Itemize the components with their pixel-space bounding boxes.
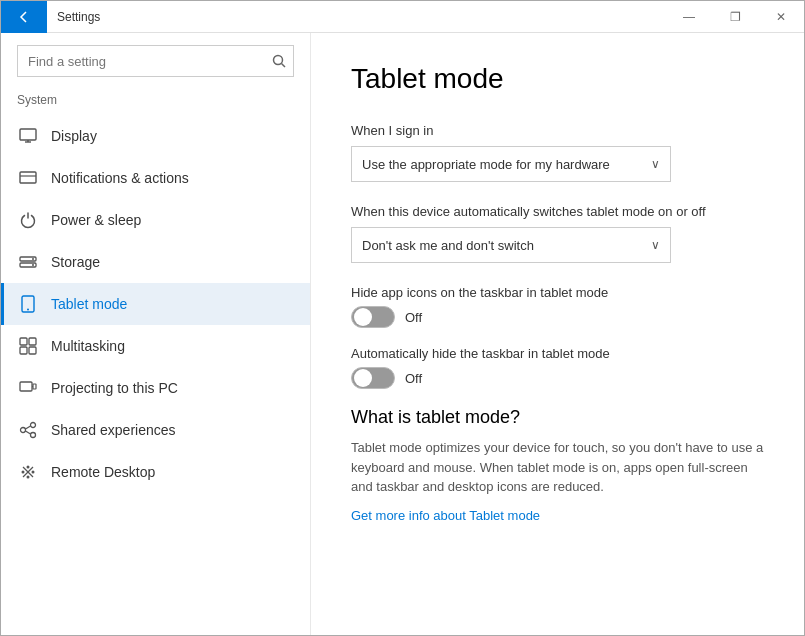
svg-rect-17: [20, 382, 32, 391]
storage-icon: [17, 251, 39, 273]
svg-point-22: [31, 433, 36, 438]
sidebar-item-shared-label: Shared experiences: [51, 422, 176, 438]
svg-point-9: [32, 258, 34, 260]
toggle2-knob: [354, 369, 372, 387]
svg-point-20: [21, 428, 26, 433]
what-title: What is tablet mode?: [351, 407, 764, 428]
sidebar-item-display[interactable]: Display: [1, 115, 310, 157]
svg-rect-5: [20, 172, 36, 183]
dropdown-signin-chevron: ∨: [651, 157, 660, 171]
sidebar-item-power[interactable]: Power & sleep: [1, 199, 310, 241]
svg-point-29: [22, 471, 25, 474]
toggle2-state: Off: [405, 371, 422, 386]
sidebar-item-tablet[interactable]: Tablet mode: [1, 283, 310, 325]
sidebar-item-power-label: Power & sleep: [51, 212, 141, 228]
svg-rect-16: [29, 347, 36, 354]
toggle1-state: Off: [405, 310, 422, 325]
system-section-label: System: [1, 93, 310, 115]
sidebar-item-remote[interactable]: Remote Desktop: [1, 451, 310, 493]
multitasking-icon: [17, 335, 39, 357]
sidebar: System Display N: [1, 33, 311, 635]
app-content: System Display N: [1, 33, 804, 635]
section1-label: When I sign in: [351, 123, 764, 138]
toggle2-wrap: Off: [351, 367, 764, 389]
svg-point-12: [27, 309, 29, 311]
projecting-icon: [17, 377, 39, 399]
toggle2-label: Automatically hide the taskbar in tablet…: [351, 346, 764, 361]
toggle1-row: Hide app icons on the taskbar in tablet …: [351, 285, 764, 328]
dropdown-switch[interactable]: Don't ask me and don't switch ∨: [351, 227, 671, 263]
toggle1[interactable]: [351, 306, 395, 328]
section2-label: When this device automatically switches …: [351, 204, 764, 219]
display-icon: [17, 125, 39, 147]
search-input[interactable]: [17, 45, 294, 77]
window-controls: — ❐ ✕: [666, 1, 804, 33]
svg-rect-18: [33, 384, 36, 389]
sidebar-item-display-label: Display: [51, 128, 97, 144]
svg-rect-2: [20, 129, 36, 140]
sidebar-item-multitasking[interactable]: Multitasking: [1, 325, 310, 367]
sidebar-item-shared[interactable]: Shared experiences: [1, 409, 310, 451]
svg-rect-13: [20, 338, 27, 345]
main-content: Tablet mode When I sign in Use the appro…: [311, 33, 804, 635]
maximize-button[interactable]: ❐: [712, 1, 758, 33]
dropdown-switch-chevron: ∨: [651, 238, 660, 252]
toggle2-row: Automatically hide the taskbar in tablet…: [351, 346, 764, 389]
toggle1-wrap: Off: [351, 306, 764, 328]
svg-rect-14: [29, 338, 36, 345]
sidebar-item-notifications-label: Notifications & actions: [51, 170, 189, 186]
sidebar-item-projecting-label: Projecting to this PC: [51, 380, 178, 396]
tablet-icon: [17, 293, 39, 315]
dropdown-switch-value: Don't ask me and don't switch: [362, 238, 534, 253]
toggle1-knob: [354, 308, 372, 326]
svg-point-30: [27, 476, 30, 479]
sidebar-item-notifications[interactable]: Notifications & actions: [1, 157, 310, 199]
svg-line-23: [26, 426, 31, 429]
sidebar-item-storage[interactable]: Storage: [1, 241, 310, 283]
svg-rect-15: [20, 347, 27, 354]
close-button[interactable]: ✕: [758, 1, 804, 33]
sidebar-item-storage-label: Storage: [51, 254, 100, 270]
shared-icon: [17, 419, 39, 441]
window-title: Settings: [47, 10, 666, 24]
back-button[interactable]: [1, 1, 47, 33]
power-icon: [17, 209, 39, 231]
svg-point-27: [27, 466, 30, 469]
toggle2[interactable]: [351, 367, 395, 389]
sidebar-item-projecting[interactable]: Projecting to this PC: [1, 367, 310, 409]
page-title: Tablet mode: [351, 63, 764, 95]
dropdown-signin-value: Use the appropriate mode for my hardware: [362, 157, 610, 172]
svg-line-24: [26, 431, 31, 434]
sidebar-item-multitasking-label: Multitasking: [51, 338, 125, 354]
svg-point-21: [31, 423, 36, 428]
remote-icon: [17, 461, 39, 483]
svg-point-10: [32, 264, 34, 266]
dropdown-signin[interactable]: Use the appropriate mode for my hardware…: [351, 146, 671, 182]
notifications-icon: [17, 167, 39, 189]
titlebar: Settings — ❐ ✕: [1, 1, 804, 33]
toggle1-label: Hide app icons on the taskbar in tablet …: [351, 285, 764, 300]
sidebar-item-remote-label: Remote Desktop: [51, 464, 155, 480]
minimize-button[interactable]: —: [666, 1, 712, 33]
tablet-mode-link[interactable]: Get more info about Tablet mode: [351, 508, 540, 523]
sidebar-item-tablet-label: Tablet mode: [51, 296, 127, 312]
what-description: Tablet mode optimizes your device for to…: [351, 438, 764, 497]
search-box[interactable]: [17, 45, 294, 77]
settings-window: Settings — ❐ ✕ System: [0, 0, 805, 636]
svg-point-28: [32, 471, 35, 474]
